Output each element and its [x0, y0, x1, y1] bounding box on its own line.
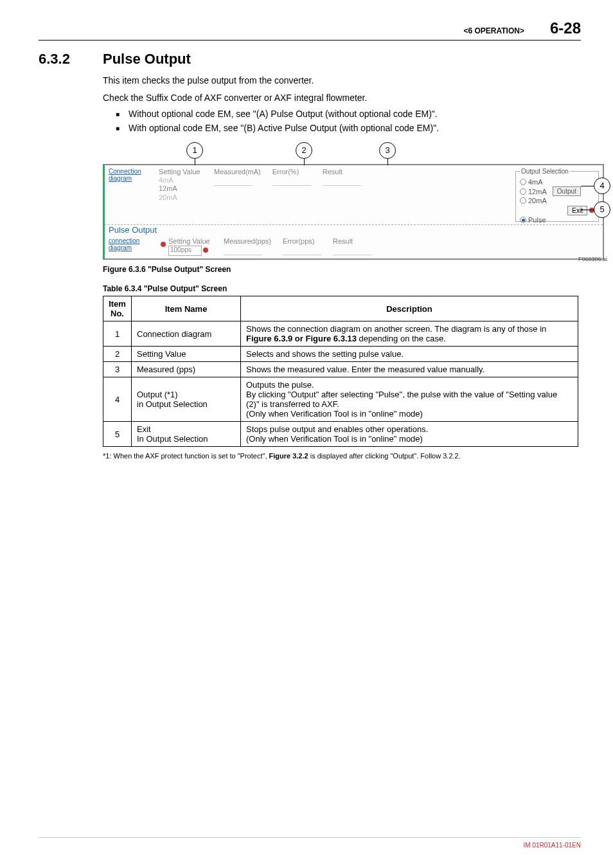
table-row: 4Output (*1)in Output SelectionOutputs t… — [103, 377, 578, 422]
setting-value-select[interactable]: 100pps — [168, 246, 202, 256]
callout-2-line — [304, 159, 305, 165]
measured-ma-label: Measured(mA) — [214, 168, 261, 176]
footnote-pre: *1: When the AXF protect function is set… — [103, 452, 269, 460]
callout-4: 4 — [581, 177, 610, 194]
sv-12ma: 12mA — [159, 185, 209, 193]
bullet-2: With optional code EM, see "(B) Active P… — [116, 123, 581, 133]
cell-item-no: 5 — [103, 422, 132, 447]
callout-4-circle: 4 — [594, 177, 610, 194]
figure-caption: Figure 6.3.6 "Pulse Output" Screen — [103, 265, 581, 274]
error-pps-value — [283, 246, 321, 255]
intro-text: This item checks the pulse output from t… — [103, 74, 581, 105]
callout-4-line — [581, 186, 594, 186]
screenshot-block: 1 2 3 Connection diagram Setting Value 4… — [103, 142, 604, 260]
setting-value-label-top: Setting Value — [159, 168, 209, 176]
footnote-bold: Figure 3.2.2 — [269, 452, 308, 460]
measured-ma-block: Measured(mA) — [214, 168, 261, 186]
link-indicator-icon — [161, 242, 166, 247]
footnote-post: is displayed after clicking "Output". Fo… — [308, 452, 461, 460]
result-top-label: Result — [323, 168, 361, 176]
cell-item-name: Output (*1)in Output Selection — [132, 377, 241, 422]
callout-1: 1 — [186, 142, 203, 159]
radio-icon — [520, 197, 526, 204]
result-bot-value — [333, 246, 371, 255]
select-indicator-icon — [203, 248, 208, 253]
table-row: 3Measured (pps)Shows the measured value.… — [103, 362, 578, 377]
connection-diagram-link-bot-wrap: connection diagram — [109, 237, 166, 251]
cell-item-name: Connection diagram — [132, 321, 241, 347]
pulse-output-row: connection diagram Setting Value 100pps … — [105, 235, 603, 258]
table-row: 2Setting ValueSelects and shows the sett… — [103, 347, 578, 362]
th-description: Description — [241, 296, 578, 321]
table-header-row: ItemNo. Item Name Description — [103, 296, 578, 321]
section-number: 6.3.2 — [39, 51, 103, 68]
table-row: 1Connection diagramShows the connection … — [103, 321, 578, 347]
figure-file-ref: F060306.ai — [578, 256, 607, 262]
error-pct-label: Error(%) — [272, 168, 311, 176]
measured-pps-label: Measured(pps) — [224, 237, 271, 245]
table-row: 5ExitIn Output SelectionStops pulse outp… — [103, 422, 578, 447]
cell-description: Stops pulse output and enables other ope… — [241, 422, 578, 447]
output-selection-legend: Output Selection — [520, 168, 570, 175]
section-heading: 6.3.2Pulse Output — [39, 51, 581, 68]
cell-item-name: Setting Value — [132, 347, 241, 362]
cell-item-no: 4 — [103, 377, 132, 422]
result-top-value — [323, 177, 361, 186]
error-pps-label: Error(pps) — [283, 237, 321, 245]
chapter-tag: <6 OPERATION> — [463, 26, 524, 35]
callout-2: 2 — [296, 142, 312, 159]
screenshot-panel: Connection diagram Setting Value 4mA 12m… — [103, 164, 604, 260]
table-caption: Table 6.3.4 "Pulse Output" Screen — [103, 284, 581, 293]
callout-row: 1 2 3 — [103, 142, 604, 164]
footnote: *1: When the AXF protect function is set… — [103, 452, 581, 460]
output-button[interactable]: Output — [553, 186, 581, 196]
description-table: ItemNo. Item Name Description 1Connectio… — [103, 296, 578, 447]
doc-id: IM 01R01A11-01EN — [524, 842, 582, 849]
callout-5-line — [581, 210, 594, 210]
cell-item-no: 2 — [103, 347, 132, 362]
result-top-block: Result — [323, 168, 361, 186]
bullet-1: Without optional code EM, see "(A) Pulse… — [116, 109, 581, 119]
measured-ma-value[interactable] — [214, 177, 253, 186]
opt-pulse-label: Pulse — [528, 216, 546, 224]
fields-bot: Measured(pps) Error(pps) Result — [224, 237, 383, 255]
setting-value-select-value: 100pps — [170, 246, 191, 253]
connection-diagram-link-bot[interactable]: connection diagram — [109, 237, 159, 251]
fields-top: Measured(mA) Error(%) Result — [214, 168, 373, 186]
page-header: <6 OPERATION> 6-28 — [39, 19, 581, 41]
radio-icon — [520, 217, 526, 223]
intro-p2: Check the Suffix Code of AXF converter o… — [103, 91, 581, 105]
radio-icon — [520, 179, 526, 185]
callout-5: 5 — [581, 201, 610, 218]
intro-p1: This item checks the pulse output from t… — [103, 74, 581, 87]
error-pps-block: Error(pps) — [283, 237, 321, 255]
error-pct-value — [272, 177, 311, 186]
cell-description: Selects and shows the setting pulse valu… — [241, 347, 578, 362]
callout-5-circle: 5 — [594, 201, 610, 218]
result-bot-label: Result — [333, 237, 371, 245]
page-number: 6-28 — [550, 19, 581, 37]
error-pct-block: Error(%) — [272, 168, 311, 186]
cell-item-no: 3 — [103, 362, 132, 377]
page-footer: IM 01R01A11-01EN — [39, 837, 581, 849]
result-bot-block: Result — [333, 237, 371, 255]
connection-diagram-link-top[interactable]: Connection diagram — [109, 168, 159, 182]
cell-description: Shows the connection diagram on another … — [241, 321, 578, 347]
cell-item-name: Measured (pps) — [132, 362, 241, 377]
measured-pps-value[interactable] — [224, 246, 262, 255]
callout-3: 3 — [379, 142, 396, 159]
cell-description: Shows the measured value. Enter the meas… — [241, 362, 578, 377]
th-item-name: Item Name — [132, 296, 241, 321]
measured-pps-block: Measured(pps) — [224, 237, 271, 255]
cell-item-name: ExitIn Output Selection — [132, 422, 241, 447]
setting-value-label-bot: Setting Value — [168, 237, 218, 246]
callout-1-line — [195, 159, 195, 165]
cell-description: Outputs the pulse.By clicking "Output" a… — [241, 377, 578, 422]
callout-3-line — [387, 159, 388, 165]
section-title: Pulse Output — [103, 51, 191, 67]
cell-item-no: 1 — [103, 321, 132, 347]
th-item-no: ItemNo. — [103, 296, 132, 321]
radio-icon — [520, 188, 526, 195]
setting-value-col-top: Setting Value 4mA 12mA 20mA — [159, 168, 209, 202]
pulse-output-label: Pulse Output — [105, 225, 603, 235]
